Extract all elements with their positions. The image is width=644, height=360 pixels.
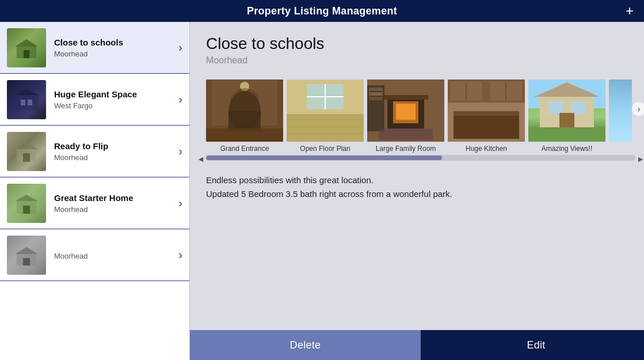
sidebar-item-great-starter[interactable]: Great Starter Home Moorhead › [0,177,189,229]
svg-marker-8 [15,142,38,149]
photo-item-floor[interactable]: Open Floor Plan [287,79,364,153]
svg-rect-6 [28,100,32,105]
photo-scrollbar[interactable]: ◄ ► [206,155,635,161]
svg-rect-21 [206,128,283,142]
photo-kitchen-thumb [448,79,525,142]
photo-views-thumb [528,79,605,142]
chevron-icon-3: › [178,145,182,158]
svg-rect-42 [454,111,519,116]
property-info-5: Moorhead [46,249,174,260]
property-thumbnail-2 [7,80,46,119]
property-description: Endless possibilities with this great lo… [190,161,644,330]
svg-rect-19 [228,111,261,131]
photo-label-views: Amazing Views!! [542,145,592,153]
svg-marker-14 [15,247,38,254]
sidebar-item-moorhead[interactable]: Moorhead › [0,229,189,281]
svg-rect-2 [24,50,29,58]
svg-rect-54 [559,113,574,127]
property-location-2: West Fargo [54,101,174,110]
svg-marker-11 [15,195,38,201]
photo-item-views[interactable]: Amazing Views!! [528,79,605,153]
svg-point-18 [228,91,261,131]
scrollbar-thumb[interactable] [206,156,442,160]
property-info-1: Close to schools Moorhead [46,37,174,58]
photo-label-family: Large Family Room [376,145,436,153]
property-info-4: Great Starter Home Moorhead [46,193,174,214]
svg-rect-34 [396,104,416,120]
content-panel: Close to schools Moorhead [190,22,644,360]
main-layout: Close to schools Moorhead › Huge Elegant… [0,22,644,360]
photo-family-thumb [367,79,444,142]
property-info-3: Ready to Flip Moorhead [46,141,174,162]
sidebar-item-close-to-schools[interactable]: Close to schools Moorhead › [0,22,189,74]
property-list: Close to schools Moorhead › Huge Elegant… [0,22,190,360]
property-location-5: Moorhead [54,252,174,260]
photo-strip-wrapper: Grand Entrance [190,70,644,153]
photo-label-kitchen: Huge Kitchen [466,145,507,153]
svg-rect-38 [369,92,383,96]
action-buttons: Delete Edit [190,330,644,360]
content-subtitle: Moorhead [206,55,635,66]
property-thumbnail-5 [7,236,46,275]
svg-rect-23 [287,114,364,142]
svg-rect-55 [528,127,605,142]
chevron-icon-2: › [178,93,182,106]
svg-rect-12 [23,206,30,214]
photo-label-entrance: Grand Entrance [220,145,269,153]
property-location-3: Moorhead [54,153,174,162]
property-thumbnail-4 [7,184,46,223]
property-name-3: Ready to Flip [54,141,174,151]
photo-item-family[interactable]: Large Family Room [367,79,444,153]
description-line-1: Endless possibilities with this great lo… [206,173,635,187]
photo-item-kitchen[interactable]: Huge Kitchen [448,79,525,153]
svg-rect-37 [369,88,383,91]
svg-rect-53 [571,101,585,114]
scroll-right-arrow[interactable]: ► [637,154,644,164]
property-name-4: Great Starter Home [54,193,174,203]
photo-item-entrance[interactable]: Grand Entrance [206,79,283,153]
property-thumbnail-1 [7,28,46,67]
photo-label-floor: Open Floor Plan [300,145,350,153]
photo-scroll-right[interactable]: › [632,102,644,116]
chevron-icon-4: › [178,196,182,210]
svg-rect-40 [379,128,433,140]
description-line-2: Updated 5 Bedroom 3.5 bath right across … [206,187,635,201]
svg-rect-52 [548,101,563,114]
edit-button[interactable]: Edit [421,330,644,360]
svg-marker-1 [15,39,38,47]
property-name-2: Huge Elegant Space [54,89,174,99]
property-name-1: Close to schools [54,37,174,47]
photo-floor-thumb [287,79,364,142]
photo-item-extra[interactable] [609,79,632,153]
property-location-1: Moorhead [54,50,174,58]
content-header: Close to schools Moorhead [190,22,644,70]
svg-rect-5 [21,100,25,105]
property-info-2: Huge Elegant Space West Fargo [46,89,174,110]
delete-button[interactable]: Delete [190,330,421,360]
content-title: Close to schools [206,35,635,53]
svg-rect-3 [15,95,38,110]
app-title: Property Listing Management [247,5,397,17]
svg-marker-4 [14,89,39,95]
property-thumbnail-3 [7,132,46,171]
svg-rect-9 [23,153,30,162]
add-button[interactable]: + [626,4,634,18]
app-header: Property Listing Management + [0,0,644,22]
chevron-icon-1: › [178,41,182,54]
chevron-icon-5: › [178,248,182,262]
svg-rect-15 [23,258,30,266]
photo-extra-thumb [609,79,632,142]
svg-rect-43 [454,116,519,139]
svg-rect-39 [369,97,383,100]
svg-point-20 [240,82,249,91]
scroll-left-arrow[interactable]: ◄ [197,154,205,164]
sidebar-item-huge-elegant[interactable]: Huge Elegant Space West Fargo › [0,74,189,126]
photo-entrance-thumb [206,79,283,142]
svg-rect-35 [383,95,428,100]
sidebar-item-ready-to-flip[interactable]: Ready to Flip Moorhead › [0,126,189,177]
photo-strip: Grand Entrance [206,79,635,153]
property-location-4: Moorhead [54,205,174,214]
